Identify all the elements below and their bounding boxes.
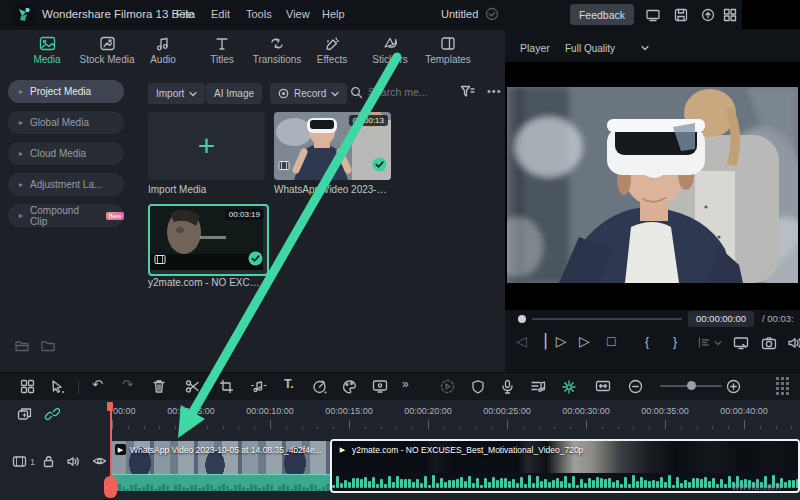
render-preview-icon[interactable] bbox=[440, 379, 455, 394]
media-layout-icon[interactable] bbox=[20, 379, 35, 394]
menu-file[interactable]: File bbox=[176, 8, 194, 20]
record-label: Record bbox=[294, 88, 326, 99]
track-hide-eye-icon[interactable] bbox=[92, 455, 107, 467]
layout-grid-icon[interactable] bbox=[722, 7, 738, 23]
delete-trash-icon[interactable] bbox=[152, 379, 166, 394]
sidebar-item-cloud-media[interactable]: ▸ Cloud Media bbox=[8, 142, 124, 165]
ai-image-button[interactable]: AI Image bbox=[206, 83, 262, 104]
timeline-clip-whatsapp[interactable]: ▶ WhatsApp Video 2023-10-05 at 14.08.35_… bbox=[110, 441, 330, 491]
import-media-tile[interactable]: + bbox=[148, 112, 265, 180]
more-options-icon[interactable]: ••• bbox=[487, 85, 502, 97]
undo-icon[interactable]: ↶ bbox=[92, 377, 103, 392]
tab-transitions-label: Transitions bbox=[248, 54, 306, 65]
playback-quality-dropdown[interactable]: Full Quality bbox=[557, 38, 657, 58]
watermark: wwvid.com bbox=[732, 481, 781, 492]
volume-icon[interactable] bbox=[787, 336, 800, 350]
redo-icon[interactable]: ↷ bbox=[122, 377, 133, 392]
preview-video bbox=[505, 62, 800, 310]
playhead-top-marker[interactable] bbox=[107, 402, 113, 411]
mark-shield-icon[interactable] bbox=[471, 379, 485, 394]
mark-out-button[interactable]: } bbox=[673, 335, 677, 349]
scrubber-track[interactable] bbox=[532, 318, 682, 320]
text-tool-icon[interactable]: T. bbox=[284, 377, 294, 391]
track-lock-icon[interactable] bbox=[42, 455, 55, 468]
folder-tree-icon[interactable] bbox=[14, 339, 30, 353]
tab-media[interactable]: Media bbox=[18, 36, 76, 65]
zoom-out-icon[interactable] bbox=[628, 379, 643, 394]
dual-screen-icon[interactable] bbox=[645, 7, 661, 23]
audio-detach-icon[interactable] bbox=[250, 379, 267, 394]
save-icon[interactable] bbox=[673, 7, 689, 23]
timeline: 00:00 00:00:05:00 00:00:10:00 00:00:15:0… bbox=[0, 400, 800, 500]
project-name: Untitled bbox=[441, 8, 478, 20]
sidebar-item-adjustment-layer[interactable]: ▸ Adjustment La... bbox=[8, 173, 124, 196]
step-forward-button[interactable]: ▏▷ bbox=[545, 333, 567, 349]
tab-media-label: Media bbox=[18, 54, 76, 65]
timeline-zoom-handle[interactable] bbox=[687, 381, 696, 390]
tab-stock-media[interactable]: Stock Media bbox=[78, 36, 136, 65]
ai-tools-icon[interactable] bbox=[561, 379, 577, 399]
snapshot-camera-icon[interactable] bbox=[761, 336, 777, 350]
voiceover-mic-icon[interactable] bbox=[501, 379, 514, 394]
split-scissors-icon[interactable] bbox=[185, 379, 200, 394]
track-manager-icon[interactable] bbox=[776, 377, 790, 400]
add-to-timeline-icon[interactable] bbox=[17, 407, 32, 421]
screen-record-icon[interactable] bbox=[372, 379, 388, 394]
media-tile-whatsapp-video[interactable]: 00:00:13 bbox=[274, 112, 391, 180]
menu-help[interactable]: Help bbox=[322, 8, 345, 20]
tab-effects[interactable]: Effects bbox=[303, 36, 361, 65]
ruler-label: 00:00:05:00 bbox=[167, 406, 215, 416]
clip-title: ▶ WhatsApp Video 2023-10-05 at 14.08.35_… bbox=[115, 444, 322, 455]
tab-stickers[interactable]: Stickers bbox=[361, 36, 419, 65]
imported-check-icon bbox=[248, 251, 263, 270]
media-tile-y2mate-video[interactable]: 00:03:19 bbox=[148, 204, 269, 276]
previous-frame-button[interactable]: ◁ bbox=[516, 333, 527, 349]
menu-edit[interactable]: Edit bbox=[211, 8, 230, 20]
caret-right-icon: ▸ bbox=[19, 119, 23, 127]
play-button[interactable]: ▷ bbox=[579, 333, 590, 349]
fullscreen-display-icon[interactable] bbox=[733, 336, 749, 350]
menu-tools[interactable]: Tools bbox=[246, 8, 272, 20]
filter-icon[interactable] bbox=[460, 85, 475, 98]
scrubber-handle[interactable] bbox=[518, 315, 526, 323]
sidebar-item-project-media[interactable]: ▸ Project Media bbox=[8, 80, 124, 103]
select-cursor-icon[interactable] bbox=[50, 379, 65, 394]
chevron-down-icon bbox=[641, 45, 649, 51]
import-button[interactable]: Import bbox=[148, 83, 205, 104]
ruler-label: 00:00:10:00 bbox=[246, 406, 294, 416]
speed-clock-icon[interactable] bbox=[312, 379, 327, 394]
quality-value: Full Quality bbox=[565, 43, 615, 54]
chevron-down-icon[interactable] bbox=[714, 340, 722, 346]
tab-templates[interactable]: Templates bbox=[419, 36, 477, 65]
mark-in-button[interactable]: { bbox=[645, 335, 649, 349]
playhead-handle[interactable] bbox=[104, 476, 117, 498]
search-input[interactable] bbox=[366, 85, 445, 99]
trim-tool-icon[interactable] bbox=[697, 336, 711, 349]
color-palette-icon[interactable] bbox=[342, 379, 357, 394]
project-saved-check-icon bbox=[485, 7, 499, 21]
stop-button[interactable]: □ bbox=[607, 333, 615, 349]
timeline-clip-y2mate[interactable]: ▶ y2mate.com - NO EXCUSES_Best_Motivatio… bbox=[330, 439, 800, 493]
timeline-ruler[interactable]: 00:00 00:00:05:00 00:00:10:00 00:00:15:0… bbox=[110, 402, 800, 436]
tab-stickers-label: Stickers bbox=[361, 54, 419, 65]
track-mute-icon[interactable] bbox=[66, 455, 80, 468]
export-cloud-icon[interactable] bbox=[700, 7, 716, 23]
more-tools-icon[interactable]: » bbox=[402, 377, 409, 391]
tab-templates-label: Templates bbox=[419, 54, 477, 65]
tab-transitions[interactable]: Transitions bbox=[248, 36, 306, 65]
audio-mixer-icon[interactable] bbox=[530, 379, 546, 394]
marker-range-icon[interactable] bbox=[595, 379, 611, 393]
folder-icon[interactable] bbox=[40, 339, 56, 353]
zoom-in-icon[interactable] bbox=[726, 379, 741, 394]
menu-view[interactable]: View bbox=[286, 8, 310, 20]
search-icon[interactable] bbox=[350, 86, 363, 99]
sidebar-item-global-media[interactable]: ▸ Global Media bbox=[8, 111, 124, 134]
sidebar-item-compound-clip[interactable]: ▸ Compound Clip Beta bbox=[8, 204, 124, 227]
feedback-button[interactable]: Feedback bbox=[570, 4, 634, 25]
auto-ripple-link-icon[interactable] bbox=[44, 407, 60, 421]
tab-audio[interactable]: Audio bbox=[134, 36, 192, 65]
crop-icon[interactable] bbox=[219, 379, 234, 394]
tab-titles[interactable]: Titles bbox=[193, 36, 251, 65]
record-button[interactable]: Record bbox=[270, 83, 347, 104]
play-icon: ▶ bbox=[337, 444, 348, 455]
